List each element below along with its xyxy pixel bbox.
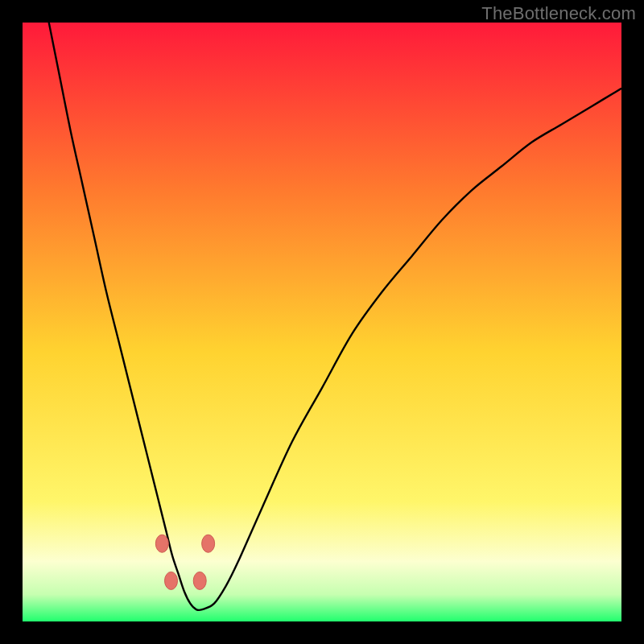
gradient-background (23, 23, 621, 621)
curve-marker-3 (202, 535, 215, 552)
curve-marker-2 (193, 572, 206, 589)
watermark-text: TheBottleneck.com (481, 3, 636, 24)
plot-frame (23, 23, 621, 621)
curve-marker-0 (155, 535, 168, 552)
bottleneck-chart (23, 23, 621, 621)
curve-marker-1 (165, 572, 178, 589)
